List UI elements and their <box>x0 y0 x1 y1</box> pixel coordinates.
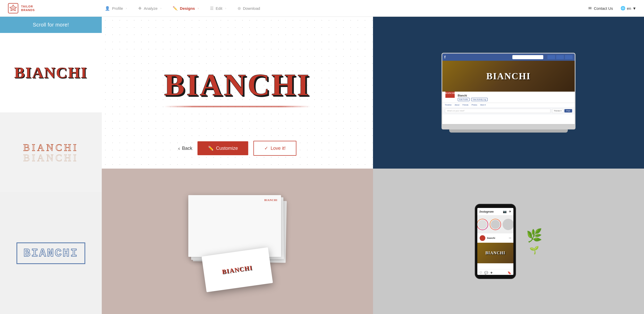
instagram-post: bianchi ••• BIANCHI <box>477 233 513 269</box>
brand-name: TAILOR BRANDS <box>21 5 35 12</box>
main-content: Scroll for more! BIANCHI BIANCHI BIANCHI… <box>0 17 644 314</box>
contact-us-button[interactable]: ✉ Contact Us <box>588 6 613 11</box>
bianchi-logo-3: BIANCHI <box>16 242 85 264</box>
download-icon: ⊛ <box>238 6 241 11</box>
post-image: BIANCHI <box>477 243 513 263</box>
chevron-right-icon-4: › <box>225 7 226 10</box>
logo[interactable]: TAILOR BRANDS <box>8 3 35 14</box>
nav-item-designs[interactable]: ✏️ Designs › <box>167 0 204 17</box>
fb-edit-profile[interactable]: Edit Profile <box>458 98 470 101</box>
facebook-post-area: What's on your mind? Friends ▾ Post <box>442 107 575 115</box>
facebook-cover-logo: BIANCHI <box>486 71 531 82</box>
chevron-right-icon: › <box>126 7 127 10</box>
action-buttons: ‹ Back ✏️ Customize ✓ Love it! <box>178 141 296 156</box>
back-button[interactable]: ‹ Back <box>178 145 192 151</box>
logo-option-2[interactable]: BIANCHI BIANCHI <box>0 113 102 193</box>
center-logo-section: BIANCHI ‹ Back ✏️ Customize ✓ Love it! <box>102 17 373 169</box>
fb-friends[interactable]: Friends ▾ <box>552 109 563 113</box>
facebook-nav-tabs: Timeline About Friends Photos More ▾ <box>442 103 575 107</box>
fb-post[interactable]: Post <box>564 109 572 112</box>
social-mockup-section: f BIANCHI BIANCHI Bianchi <box>373 17 644 169</box>
plant-icon: 🌿 <box>526 228 542 243</box>
like-icon[interactable]: ♡ <box>479 271 482 275</box>
scroll-banner: Scroll for more! <box>0 17 102 33</box>
nav-item-analyze[interactable]: ❖ Analyze › <box>132 0 167 17</box>
mobile-mockups: Instagram 📷 ✈ <box>475 204 542 279</box>
laptop-bottom <box>449 129 568 133</box>
post-username: bianchi <box>487 237 495 239</box>
phone-mockup: Instagram 📷 ✈ <box>475 204 516 279</box>
bianchi-logo-1: BIANCHI <box>14 64 87 82</box>
facebook-profile-area: BIANCHI Bianchi Edit Profile View Activi… <box>442 92 575 103</box>
laptop-base <box>442 125 575 129</box>
loveit-button[interactable]: ✓ Love it! <box>253 141 296 156</box>
nav-item-profile[interactable]: 👤 Profile › <box>99 0 132 17</box>
instagram-header: Instagram 📷 ✈ <box>477 208 513 215</box>
nav-label-profile: Profile <box>112 6 123 11</box>
instagram-section: Instagram 📷 ✈ <box>373 169 644 314</box>
post-more: ••• <box>509 237 511 239</box>
post-actions: ♡ 💬 ✈ 🔖 <box>477 269 513 275</box>
story-ring-2 <box>490 219 501 230</box>
checkmark-icon: ✓ <box>264 145 268 151</box>
instagram-send-icon: ✈ <box>509 210 511 213</box>
person-icon: 👤 <box>105 6 110 11</box>
story-ring <box>477 219 488 230</box>
facebook-cover: BIANCHI <box>442 61 575 92</box>
decorative-elements: 🌿 🌱 <box>526 228 542 255</box>
language-selector[interactable]: 🌐 en ▼ <box>621 6 636 11</box>
fb-activity-log[interactable]: View Activity Log <box>471 98 488 101</box>
globe-icon: 🌐 <box>621 6 625 11</box>
nav-label-analyze: Analyze <box>144 6 157 11</box>
nav-label-download: Download <box>243 6 260 11</box>
comment-icon[interactable]: 💬 <box>484 271 488 275</box>
header: TAILOR BRANDS 👤 Profile › ❖ Analyze › ✏️… <box>0 0 644 17</box>
facebook-status[interactable]: What's on your mind? <box>445 109 551 113</box>
envelope-icon: ✉ <box>588 6 592 11</box>
facebook-header: f <box>442 54 575 61</box>
instagram-camera-icon: 📷 <box>503 210 507 213</box>
post-image-logo: BIANCHI <box>485 251 505 255</box>
instagram-logo: Instagram <box>479 210 494 214</box>
instagram-stories <box>477 215 513 233</box>
chevron-down-icon: ▼ <box>632 6 636 11</box>
contact-us-label: Contact Us <box>594 6 613 11</box>
center-logo-display: BIANCHI <box>164 67 311 103</box>
plant-icon-2: 🌱 <box>529 246 539 255</box>
logo-option-1[interactable]: BIANCHI <box>0 33 102 113</box>
stationery-label: BIANCHI <box>264 199 277 202</box>
loveit-label: Love it! <box>271 146 286 151</box>
nav-label-edit: Edit <box>216 6 222 11</box>
nav-label-designs: Designs <box>180 6 195 11</box>
facebook-profile-name: Bianchi <box>458 94 488 97</box>
facebook-logo: f <box>444 55 446 59</box>
story-ring-3 <box>503 219 513 230</box>
nav-item-download[interactable]: ⊛ Download <box>232 0 266 17</box>
business-card-logo: BIANCHI <box>222 264 253 275</box>
laptop-mockup: f BIANCHI BIANCHI Bianchi <box>442 53 575 133</box>
chevron-right-icon-3: › <box>198 7 199 10</box>
logo-option-3[interactable]: BIANCHI <box>0 193 102 314</box>
share-icon[interactable]: ✈ <box>490 271 493 275</box>
nav-item-edit[interactable]: ☰ Edit › <box>204 0 232 17</box>
bianchi-logo-2: BIANCHI BIANCHI <box>23 142 78 163</box>
phone-screen: Instagram 📷 ✈ <box>477 208 513 275</box>
chevron-left-icon: ‹ <box>178 145 180 151</box>
chevron-right-icon-2: › <box>160 7 162 10</box>
tailor-brands-icon <box>8 3 19 14</box>
bianchi-logo-main: BIANCHI <box>164 67 311 103</box>
sliders-icon: ☰ <box>210 6 214 11</box>
customize-label: Customize <box>216 146 238 151</box>
facebook-search <box>512 55 543 59</box>
bookmark-icon[interactable]: 🔖 <box>507 271 511 275</box>
pencil-customize-icon: ✏️ <box>208 145 214 151</box>
customize-button[interactable]: ✏️ Customize <box>198 141 248 155</box>
header-right: ✉ Contact Us 🌐 en ▼ <box>588 6 636 11</box>
instagram-icons: 📷 ✈ <box>503 210 511 213</box>
sidebar: Scroll for more! BIANCHI BIANCHI BIANCHI… <box>0 17 102 314</box>
pencil-icon: ✏️ <box>173 6 178 11</box>
post-avatar <box>479 235 486 241</box>
language-label: en <box>627 6 631 11</box>
stationery-section: BIANCHI BIANCHI <box>102 169 373 314</box>
back-label: Back <box>182 146 192 151</box>
